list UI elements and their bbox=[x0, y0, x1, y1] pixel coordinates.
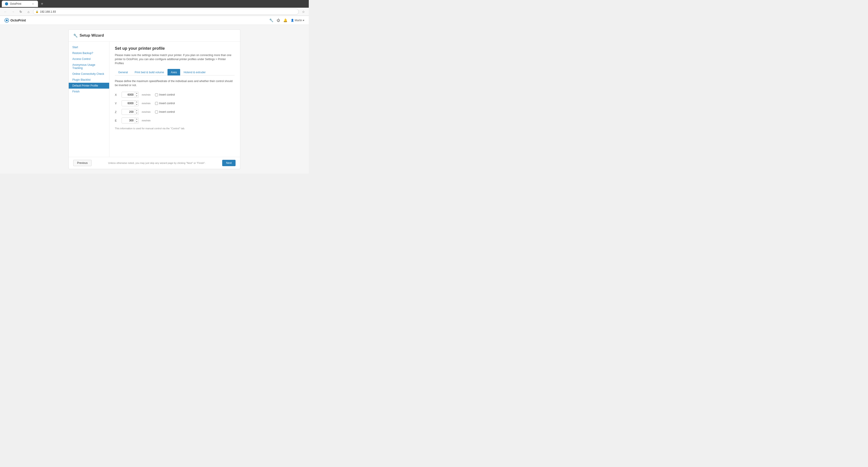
axis-e-unit: mm/min bbox=[142, 119, 151, 122]
user-menu[interactable]: 👤 Martin ▾ bbox=[291, 19, 304, 22]
tab-print-bed[interactable]: Print bed & build volume bbox=[131, 69, 167, 75]
axis-row-e: E ▲ ▼ mm/min bbox=[115, 118, 235, 123]
tab-title: OctoPrint bbox=[10, 2, 21, 5]
axis-z-spinner[interactable]: ▲ ▼ bbox=[135, 109, 138, 115]
axis-y-input-wrap[interactable]: ▲ ▼ bbox=[122, 100, 138, 106]
axis-row-z: Z ▲ ▼ mm/min Invert c bbox=[115, 109, 235, 115]
axis-z-invert-text: Invert control bbox=[159, 110, 175, 114]
axis-z-input[interactable] bbox=[122, 109, 135, 115]
axis-x-invert-checkbox[interactable] bbox=[155, 93, 158, 96]
tab-close-button[interactable]: × bbox=[31, 2, 35, 6]
content-tabs: General Print bed & build volume Axes Ho… bbox=[115, 69, 235, 75]
axes-description: Please define the maximum speed/feedrate… bbox=[115, 79, 235, 87]
previous-button[interactable]: Previous bbox=[73, 160, 92, 166]
axis-x-input-wrap[interactable]: ▲ ▼ bbox=[122, 92, 138, 98]
wizard-panel: 🔧 Setup Wizard Start Restore Backup? Acc… bbox=[68, 29, 240, 169]
topbar-actions: 🔧 ⏻ 🔔 👤 Martin ▾ bbox=[269, 18, 304, 22]
nav-bar: ← → ↻ ⌂ 🔒 192.168.1.93 ☆ bbox=[0, 8, 309, 16]
bell-icon[interactable]: 🔔 bbox=[283, 18, 287, 22]
axis-y-invert-checkbox[interactable] bbox=[155, 102, 158, 105]
axis-z-unit: mm/min bbox=[142, 111, 151, 113]
axis-x-invert-label[interactable]: Invert control bbox=[155, 93, 175, 96]
tab-favicon bbox=[5, 2, 8, 5]
axis-x-spin-down[interactable]: ▼ bbox=[135, 95, 138, 97]
power-icon[interactable]: ⏻ bbox=[277, 18, 280, 22]
sidebar-item-finish[interactable]: Finish bbox=[69, 89, 109, 94]
sidebar-item-plugin-blacklist[interactable]: Plugin Blacklist bbox=[69, 77, 109, 83]
home-button[interactable]: ⌂ bbox=[25, 8, 32, 15]
user-icon: 👤 bbox=[291, 19, 294, 22]
axis-e-spinner[interactable]: ▲ ▼ bbox=[135, 118, 138, 123]
sidebar-item-restore-backup[interactable]: Restore Backup? bbox=[69, 50, 109, 56]
axis-y-spin-up[interactable]: ▲ bbox=[135, 101, 138, 103]
axis-x-invert-text: Invert control bbox=[159, 93, 175, 96]
active-tab[interactable]: OctoPrint × bbox=[2, 1, 38, 7]
wizard-sidebar: Start Restore Backup? Access Control Ano… bbox=[69, 41, 110, 157]
axis-z-label: Z bbox=[115, 110, 119, 114]
axis-y-invert-text: Invert control bbox=[159, 102, 175, 105]
user-caret-icon: ▾ bbox=[303, 19, 304, 22]
axes-note: This information is used for manual cont… bbox=[115, 127, 235, 130]
tab-bar: OctoPrint × + bbox=[0, 0, 309, 8]
axis-y-label: Y bbox=[115, 102, 119, 105]
tab-general[interactable]: General bbox=[115, 69, 131, 75]
lock-icon: 🔒 bbox=[35, 10, 39, 13]
wizard-content-area: Set up your printer profile Please make … bbox=[110, 41, 240, 157]
section-description: Please make sure the settings below matc… bbox=[115, 53, 235, 65]
section-title: Set up your printer profile bbox=[115, 46, 235, 51]
tab-hotend[interactable]: Hotend & extruder bbox=[180, 69, 209, 75]
axis-y-spin-down[interactable]: ▼ bbox=[135, 103, 138, 106]
axis-e-input[interactable] bbox=[122, 118, 135, 123]
axis-z-spin-down[interactable]: ▼ bbox=[135, 112, 138, 115]
app-content: OctoPrint 🔧 ⏻ 🔔 👤 Martin ▾ 🔧 Setup Wizar… bbox=[0, 16, 309, 174]
address-text: 192.168.1.93 bbox=[40, 10, 56, 13]
address-bar[interactable]: 🔒 192.168.1.93 bbox=[33, 9, 299, 15]
octoprint-logo-text: OctoPrint bbox=[10, 18, 26, 22]
address-security-icons: 🔒 bbox=[35, 10, 39, 13]
wizard-footer: Previous Unless otherwise noted, you may… bbox=[69, 157, 240, 169]
axis-row-y: Y ▲ ▼ mm/min Invert c bbox=[115, 100, 235, 106]
axis-z-input-wrap[interactable]: ▲ ▼ bbox=[122, 109, 138, 115]
axis-y-invert-label[interactable]: Invert control bbox=[155, 102, 175, 105]
wizard-icon: 🔧 bbox=[73, 33, 78, 38]
wizard-header: 🔧 Setup Wizard bbox=[69, 30, 240, 41]
axis-y-spinner[interactable]: ▲ ▼ bbox=[135, 101, 138, 106]
sidebar-item-access-control[interactable]: Access Control bbox=[69, 56, 109, 62]
axis-e-input-wrap[interactable]: ▲ ▼ bbox=[122, 118, 138, 123]
octoprint-logo: OctoPrint bbox=[4, 18, 26, 23]
wrench-icon[interactable]: 🔧 bbox=[269, 18, 274, 22]
axis-x-label: X bbox=[115, 93, 119, 96]
axis-y-input[interactable] bbox=[122, 101, 135, 106]
tab-axes[interactable]: Axes bbox=[167, 69, 180, 75]
axis-x-spinner[interactable]: ▲ ▼ bbox=[135, 92, 138, 97]
axis-z-invert-label[interactable]: Invert control bbox=[155, 110, 175, 114]
sidebar-item-start[interactable]: Start bbox=[69, 44, 109, 50]
back-button[interactable]: ← bbox=[2, 8, 8, 15]
user-name: Martin bbox=[295, 19, 302, 22]
octoprint-logo-icon bbox=[4, 18, 9, 23]
main-content: 🔧 Setup Wizard Start Restore Backup? Acc… bbox=[0, 25, 309, 174]
sidebar-item-online-check[interactable]: Online Connectivity Check bbox=[69, 71, 109, 77]
footer-hint: Unless otherwise noted, you may just ski… bbox=[94, 162, 220, 164]
axis-y-unit: mm/min bbox=[142, 102, 151, 105]
browser-chrome: OctoPrint × + ← → ↻ ⌂ 🔒 192.168.1.93 ☆ bbox=[0, 0, 309, 16]
axis-z-spin-up[interactable]: ▲ bbox=[135, 109, 138, 112]
axis-e-spin-down[interactable]: ▼ bbox=[135, 121, 138, 123]
next-button[interactable]: Next bbox=[222, 160, 236, 166]
axis-e-label: E bbox=[115, 119, 119, 122]
svg-point-1 bbox=[6, 20, 8, 21]
sidebar-item-default-printer[interactable]: Default Printer Profile bbox=[69, 83, 109, 89]
axis-x-unit: mm/min bbox=[142, 93, 151, 96]
sidebar-item-anonymous-usage[interactable]: Anonymous Usage Tracking bbox=[69, 62, 109, 71]
axis-row-x: X ▲ ▼ mm/min Invert c bbox=[115, 92, 235, 98]
axis-x-spin-up[interactable]: ▲ bbox=[135, 92, 138, 95]
new-tab-button[interactable]: + bbox=[39, 1, 45, 7]
bookmark-button[interactable]: ☆ bbox=[300, 8, 307, 15]
wizard-title: Setup Wizard bbox=[80, 33, 104, 38]
axis-e-spin-up[interactable]: ▲ bbox=[135, 118, 138, 121]
forward-button[interactable]: → bbox=[10, 8, 16, 15]
reload-button[interactable]: ↻ bbox=[18, 8, 24, 15]
octoprint-topbar: OctoPrint 🔧 ⏻ 🔔 👤 Martin ▾ bbox=[0, 16, 309, 25]
axis-z-invert-checkbox[interactable] bbox=[155, 111, 158, 114]
axis-x-input[interactable] bbox=[122, 92, 135, 97]
